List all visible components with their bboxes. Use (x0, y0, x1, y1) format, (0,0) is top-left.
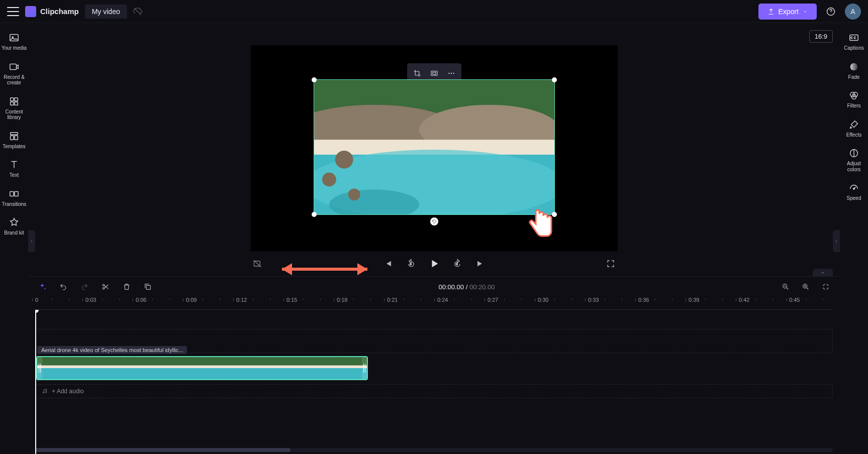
scrollbar-thumb[interactable] (35, 448, 291, 452)
svg-rect-8 (15, 101, 18, 104)
svg-rect-4 (10, 64, 17, 69)
help-button[interactable] (823, 4, 839, 20)
fullscreen-button[interactable] (604, 257, 618, 271)
add-audio-button[interactable]: + Add audio (36, 385, 832, 398)
svg-rect-13 (15, 191, 18, 196)
sidebar-item-label: Record & create (1, 74, 27, 86)
svg-rect-10 (11, 136, 14, 140)
sidebar-item-speed[interactable]: Speed (841, 178, 867, 205)
sidebar-item-templates[interactable]: Templates (1, 127, 27, 154)
resize-handle-bottom-left[interactable] (312, 212, 317, 217)
export-label: Export (779, 8, 799, 16)
svg-point-63 (43, 392, 44, 393)
sidebar-item-captions[interactable]: Captions (841, 28, 867, 55)
timeline-panel: 00:00.00 / 00:20.00 00:030:060:090:120:1… (28, 276, 840, 454)
sidebar-item-label: Text (10, 172, 19, 178)
sidebar-item-fade[interactable]: Fade (841, 57, 867, 84)
menu-button[interactable] (7, 7, 19, 16)
resize-handle-top-right[interactable] (552, 77, 557, 82)
ruler-tick: 0:06 (136, 297, 146, 303)
svg-rect-42 (78, 357, 120, 366)
play-button[interactable] (427, 257, 441, 271)
svg-text:5: 5 (410, 263, 411, 266)
svg-rect-47 (120, 368, 161, 379)
timeline-tracks[interactable]: Aerial drone 4k video of Seychelles most… (35, 310, 833, 454)
split-button[interactable] (99, 280, 113, 294)
redo-button[interactable] (77, 280, 91, 294)
svg-rect-12 (10, 191, 14, 196)
zoom-fit-button[interactable] (819, 280, 833, 294)
zoom-out-button[interactable] (779, 280, 793, 294)
rotate-handle[interactable] (430, 217, 438, 225)
ai-sparkle-button[interactable] (35, 280, 49, 294)
sidebar-item-label: Your media (2, 45, 27, 51)
clip-trim-handle-right[interactable] (362, 357, 367, 379)
svg-rect-36 (146, 285, 150, 289)
forward-button[interactable]: 5 (450, 257, 464, 271)
selected-clip[interactable] (314, 79, 555, 215)
cursor-hand-icon (525, 206, 557, 246)
ruler-tick: 0 (35, 297, 38, 303)
ruler-tick: 0:15 (286, 297, 297, 303)
expand-right-panel-button[interactable] (833, 230, 840, 252)
main-area: 16:9 (28, 23, 840, 454)
duplicate-button[interactable] (141, 280, 155, 294)
skip-forward-button[interactable] (473, 257, 488, 271)
video-stage[interactable] (251, 45, 618, 251)
app-logo[interactable]: Clipchamp (25, 6, 79, 17)
ruler-tick: 0:24 (437, 297, 448, 303)
svg-point-64 (46, 392, 47, 393)
svg-rect-57 (284, 357, 326, 366)
collapse-timeline-button[interactable] (813, 269, 833, 277)
svg-rect-41 (37, 368, 78, 379)
rewind-button[interactable]: 5 (404, 257, 418, 271)
svg-rect-7 (11, 101, 14, 104)
svg-point-3 (12, 37, 13, 38)
svg-rect-51 (202, 357, 243, 366)
sidebar-item-your-media[interactable]: Your media (1, 28, 27, 55)
sync-off-icon[interactable] (133, 7, 142, 16)
app-name: Clipchamp (40, 7, 79, 16)
svg-rect-5 (11, 97, 14, 100)
sidebar-item-filters[interactable]: Filters (841, 86, 867, 113)
hide-preview-button[interactable] (251, 257, 265, 271)
ruler-tick: 0:33 (588, 297, 599, 303)
sidebar-item-text[interactable]: Text (1, 155, 27, 182)
export-button[interactable]: Export (758, 4, 817, 20)
aspect-ratio-button[interactable]: 16:9 (809, 30, 833, 43)
sidebar-item-label: Captions (844, 45, 863, 51)
ruler-tick: 0:36 (638, 297, 649, 303)
svg-rect-50 (161, 368, 202, 379)
sidebar-item-label: Transitions (2, 201, 27, 207)
playhead[interactable] (35, 310, 36, 454)
skip-back-button[interactable] (381, 257, 395, 271)
delete-button[interactable] (120, 280, 134, 294)
audio-track[interactable]: + Add audio (35, 384, 833, 398)
undo-button[interactable] (56, 280, 70, 294)
zoom-in-button[interactable] (799, 280, 813, 294)
svg-rect-2 (10, 35, 19, 41)
video-track[interactable]: Aerial drone 4k video of Seychelles most… (35, 356, 833, 381)
sidebar-item-label: Adjust colors (841, 161, 867, 172)
ruler-tick: 0:27 (488, 297, 498, 303)
resize-handle-top-left[interactable] (312, 77, 317, 82)
sidebar-item-brand-kit[interactable]: Brand kit (1, 213, 27, 240)
svg-point-17 (450, 73, 451, 74)
svg-point-66 (850, 63, 858, 70)
sidebar-item-transitions[interactable]: Transitions (1, 184, 27, 211)
project-name-input[interactable]: My video (85, 5, 127, 19)
clip-trim-handle-left[interactable] (37, 357, 42, 379)
avatar[interactable]: A (845, 4, 861, 20)
sidebar-item-effects[interactable]: Effects (841, 115, 867, 142)
sidebar-item-adjust-colors[interactable]: Adjust colors (841, 144, 867, 176)
svg-point-16 (448, 73, 449, 74)
sidebar-item-record-create[interactable]: Record & create (1, 57, 27, 90)
ruler-tick: 0:09 (186, 297, 197, 303)
timeline-ruler[interactable]: 00:030:060:090:120:150:180:210:240:270:3… (35, 297, 833, 310)
ruler-tick: 0:21 (387, 297, 398, 303)
timeline-scrollbar[interactable] (35, 448, 833, 452)
svg-rect-39 (37, 357, 78, 366)
sidebar-item-content-library[interactable]: Content library (1, 92, 27, 125)
video-clip[interactable] (36, 356, 368, 380)
svg-rect-53 (202, 368, 243, 379)
